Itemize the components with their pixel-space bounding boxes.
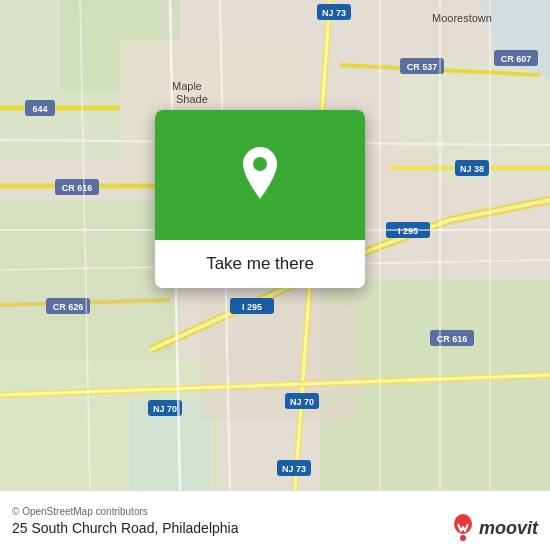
moovit-brand-icon (451, 514, 475, 542)
map-container: I 295 I 295 NJ 73 NJ 73 NJ 70 NJ 70 NJ 3… (0, 0, 550, 490)
svg-text:NJ 70: NJ 70 (153, 404, 177, 414)
svg-text:NJ 73: NJ 73 (282, 464, 306, 474)
svg-text:644: 644 (32, 104, 47, 114)
svg-text:CR 607: CR 607 (501, 54, 532, 64)
svg-text:CR 616: CR 616 (437, 334, 468, 344)
svg-text:Maple: Maple (172, 80, 202, 92)
location-pin-icon (236, 147, 284, 203)
svg-text:I 295: I 295 (242, 302, 262, 312)
take-me-there-label: Take me there (206, 254, 314, 274)
svg-point-59 (454, 514, 472, 534)
svg-text:Moorestown: Moorestown (432, 12, 492, 24)
address-label: 25 South Church Road, Philadelphia (12, 520, 239, 536)
svg-rect-2 (0, 200, 180, 360)
moovit-logo: moovit (451, 514, 538, 542)
svg-point-60 (460, 535, 466, 541)
svg-text:NJ 73: NJ 73 (322, 8, 346, 18)
take-me-there-button[interactable]: Take me there (155, 240, 365, 288)
popup-header (155, 110, 365, 240)
svg-text:NJ 70: NJ 70 (290, 397, 314, 407)
moovit-text: moovit (479, 518, 538, 539)
svg-text:CR 537: CR 537 (407, 62, 438, 72)
location-popup[interactable]: Take me there (155, 110, 365, 288)
svg-point-58 (253, 157, 267, 171)
bottom-info-bar: © OpenStreetMap contributors 25 South Ch… (0, 490, 550, 550)
svg-text:CR 626: CR 626 (53, 302, 84, 312)
svg-text:Shade: Shade (176, 93, 208, 105)
svg-text:NJ 38: NJ 38 (460, 164, 484, 174)
svg-text:CR 616: CR 616 (62, 183, 93, 193)
